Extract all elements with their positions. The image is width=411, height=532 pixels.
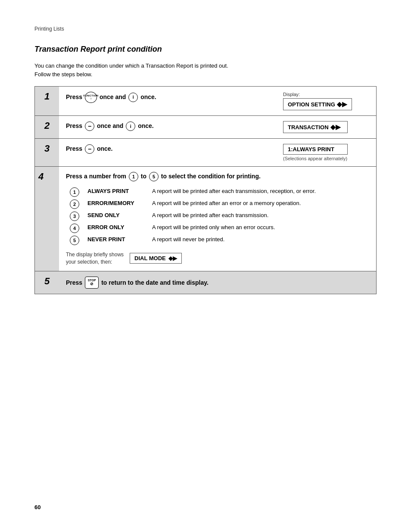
step-3-display-box: 1:ALWAYS PRINT bbox=[283, 144, 348, 155]
step-3-content: Press − once. 1:ALWAYS PRINT (Selections… bbox=[59, 139, 376, 166]
step-1-display-box: OPTION SETTING ◆▶ bbox=[283, 98, 352, 110]
step-3-display: 1:ALWAYS PRINT (Selections appear altern… bbox=[283, 144, 369, 161]
option-1-desc: A report will be printed after each tran… bbox=[152, 187, 369, 195]
step-3-press-text: Press − once. bbox=[66, 144, 274, 154]
option-5-name: NEVER PRINT bbox=[87, 236, 148, 243]
step-2-row: 2 Press − once and i once. TRANSACTION ◆… bbox=[35, 116, 376, 139]
step-3-number: 3 bbox=[35, 139, 59, 166]
step-3-row: 3 Press − once. 1:ALWAYS PRINT (Selectio… bbox=[35, 139, 376, 167]
step-5-row: 5 Press STOP ⊘ to return to the date and… bbox=[35, 271, 376, 294]
stop-button: STOP ⊘ bbox=[85, 277, 99, 289]
step-1-number: 1 bbox=[35, 87, 59, 115]
footer-note: The display briefly showsyour selection,… bbox=[66, 251, 124, 266]
step-2-display: TRANSACTION ◆▶ bbox=[283, 121, 369, 133]
option-5-num: 5 bbox=[66, 236, 83, 245]
step-2-number: 2 bbox=[35, 116, 59, 138]
option-5-desc: A report will never be printed. bbox=[152, 236, 369, 243]
option-4-name: ERROR ONLY bbox=[87, 224, 148, 230]
dial-mode-display: DIAL MODE ◆▶ bbox=[130, 253, 182, 264]
page-number: 60 bbox=[34, 504, 40, 510]
intro-text: You can change the condition under which… bbox=[34, 62, 377, 78]
dial-arrow: ◆▶ bbox=[168, 255, 177, 261]
minus-button-2: − bbox=[85, 121, 94, 131]
instruction-table: 1 Press FUNCTION ○ once and i once. bbox=[34, 86, 377, 294]
step-4-title: Press a number from 1 to 5 to select the… bbox=[66, 172, 369, 181]
step-4-number: 4 bbox=[35, 167, 59, 271]
option-4-desc: A report will be printed only when an er… bbox=[152, 224, 369, 231]
option-2-name: ERROR/MEMORY bbox=[87, 199, 148, 206]
step-5-content: Press STOP ⊘ to return to the date and t… bbox=[59, 271, 376, 294]
step-1-row: 1 Press FUNCTION ○ once and i once. bbox=[35, 87, 376, 116]
step-4-row: 4 Press a number from 1 to 5 to select t… bbox=[35, 167, 376, 271]
minus-button-3: − bbox=[85, 144, 94, 154]
number-1-button-2: i bbox=[126, 121, 135, 131]
display-arrow-1: ◆▶ bbox=[337, 100, 347, 108]
option-3-name: SEND ONLY bbox=[87, 212, 148, 218]
option-2-desc: A report will be printed after an error … bbox=[152, 199, 369, 207]
step-2-content: Press − once and i once. TRANSACTION ◆▶ bbox=[59, 116, 376, 138]
step-1-content: Press FUNCTION ○ once and i once. Displa… bbox=[59, 87, 376, 115]
display-label: Display: bbox=[283, 92, 300, 97]
option-1-num: 1 bbox=[66, 187, 83, 197]
step-3-sub-note: (Selections appear alternately) bbox=[283, 156, 347, 161]
step-4-body: Press a number from 1 to 5 to select the… bbox=[59, 167, 376, 271]
step-2-press-text: Press − once and i once. bbox=[66, 121, 274, 131]
step-1-display: Display: OPTION SETTING ◆▶ bbox=[283, 92, 369, 110]
page-label: Printing Lists bbox=[34, 26, 377, 32]
option-1-name: ALWAYS PRINT bbox=[87, 187, 148, 194]
section-title: Transaction Report print condition bbox=[34, 45, 377, 54]
option-3-desc: A report will be printed after each tran… bbox=[152, 212, 369, 219]
page: Printing Lists Transaction Report print … bbox=[0, 0, 411, 532]
circle-5: 5 bbox=[149, 172, 159, 181]
number-1-button: i bbox=[128, 93, 138, 102]
option-4-num: 4 bbox=[66, 224, 83, 233]
step-1-press-text: Press FUNCTION ○ once and i once. bbox=[66, 92, 274, 103]
step-5-number: 5 bbox=[35, 271, 59, 294]
display-arrow-2: ◆▶ bbox=[330, 123, 341, 131]
function-button: FUNCTION ○ bbox=[85, 92, 97, 103]
step-4-footer: The display briefly showsyour selection,… bbox=[66, 251, 369, 266]
option-3-num: 3 bbox=[66, 212, 83, 221]
step-2-display-box: TRANSACTION ◆▶ bbox=[283, 121, 348, 133]
circle-1: 1 bbox=[129, 172, 138, 181]
option-2-num: 2 bbox=[66, 199, 83, 209]
options-grid: 1 ALWAYS PRINT A report will be printed … bbox=[66, 187, 369, 245]
